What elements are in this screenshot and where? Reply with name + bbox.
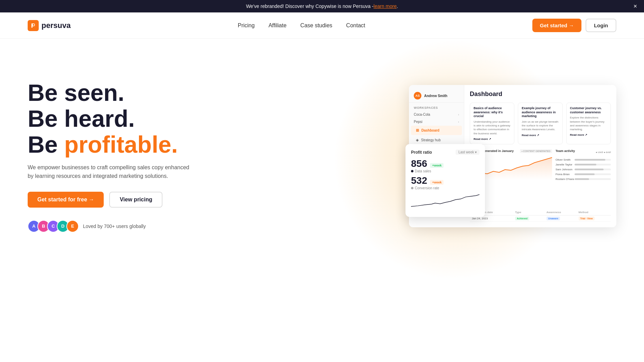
hero-line1: Be seen. (28, 80, 194, 106)
hero-headline: Be seen. Be heard. Be profitable. (28, 80, 194, 157)
col-method: Method (577, 209, 611, 216)
table-row: Jan 24, 2023 Achieved Unaware Trial · Vi… (470, 216, 611, 222)
logo-icon (28, 20, 39, 31)
profit-badge-1: +week (430, 163, 444, 168)
dashboard-content: Dashboard Basics of audience awareness: … (464, 85, 616, 227)
hero-subtext: We empower businesses to craft compellin… (28, 163, 194, 181)
sidebar-item-dashboard[interactable]: ⊞ Dashboard (411, 126, 462, 135)
card-3-link[interactable]: Read more ↗ (570, 133, 607, 136)
nav-buttons: Get started → Login (532, 19, 616, 32)
hero-section: Be seen. Be heard. Be profitable. We emp… (0, 39, 644, 280)
nav-contact[interactable]: Contact (346, 22, 365, 28)
card-2-link[interactable]: Read more ↗ (522, 134, 559, 137)
col-type: Type (513, 209, 544, 216)
dot-gray-icon (411, 187, 413, 189)
announcement-bar: We've rebranded! Discover why Copywise i… (0, 0, 644, 12)
strategy-icon: ◈ (416, 138, 419, 142)
col-awareness: Awareness (544, 209, 577, 216)
dashboard-card-1: Basics of audience awareness: why it's c… (470, 103, 514, 144)
hero-line3: Be profitable. (28, 132, 194, 158)
navbar: persuva Pricing Affiliate Case studies C… (0, 12, 644, 39)
nav-links: Pricing Affiliate Case studies Contact (238, 22, 365, 29)
dashboard-table: Generation date Type Awareness Method Ja… (470, 209, 611, 222)
nav-affiliate[interactable]: Affiliate (269, 22, 287, 28)
hero-cta-primary[interactable]: Get started for free → (28, 192, 104, 208)
team-row: Fiona Brian (556, 173, 611, 176)
social-proof-text: Loved by 700+ users globally (83, 223, 146, 229)
hero-line2: Be heard. (28, 106, 194, 132)
card-1-link[interactable]: Read more ↗ (474, 137, 511, 141)
profit-sparkline (411, 193, 479, 210)
nav-case-studies[interactable]: Case studies (300, 22, 333, 28)
dashboard-chart-section: Content generated in January • CONTENT G… (470, 149, 611, 182)
team-activity: Team activity ● used ● avail Oliver Smit… (556, 149, 611, 182)
sidebar-item-strategy-hub[interactable]: ◈ Strategy hub (411, 135, 462, 145)
team-label: Team activity (556, 149, 575, 153)
workspace-cocacola[interactable]: Coca-Cola › (409, 111, 464, 118)
dashboard-icon: ⊞ (416, 128, 419, 133)
method-tag: Trial · View (579, 217, 595, 220)
chevron-icon: › (458, 120, 459, 124)
chart-badge: • CONTENT GENERATED (520, 149, 552, 153)
profit-card-title: Profit ratio (411, 150, 432, 155)
profit-stat-1: 856 +week Data sales (411, 159, 479, 173)
hero-cta-secondary[interactable]: View pricing (109, 192, 162, 208)
hero-buttons: Get started for free → View pricing (28, 192, 194, 208)
type-tag: Achieved (515, 217, 529, 220)
team-row: Janelle Taylor (556, 163, 611, 166)
login-button[interactable]: Login (586, 19, 616, 32)
dashboard-card-2: Example journey of audience awareness in… (518, 103, 562, 144)
sidebar-user-row: AS Andrew Smith (409, 89, 464, 103)
dashboard-title: Dashboard (470, 90, 611, 98)
get-started-button[interactable]: Get started → (532, 19, 581, 32)
chevron-icon: › (458, 113, 459, 116)
profit-number-1: 856 (411, 158, 427, 169)
team-row: Oliver Smith (556, 158, 611, 161)
logo-text: persuva (41, 21, 71, 30)
sidebar-username: Andrew Smith (424, 94, 447, 98)
profit-badge-2: +week (430, 180, 444, 185)
dashboard-card-3: Customer journey vs. customer awareness … (566, 103, 611, 144)
social-proof: A B C D E Loved by 700+ users globally (28, 220, 194, 232)
svg-point-1 (33, 24, 35, 26)
profit-number-2: 532 (411, 175, 427, 186)
workspaces-label: WORKSPACES (409, 105, 464, 111)
profit-ratio-card: Profit ratio Last week ▾ 856 +week Data … (405, 144, 485, 217)
avatar: E (66, 220, 79, 232)
team-row: Rostam O'hara (556, 178, 611, 181)
logo[interactable]: persuva (28, 20, 71, 31)
dot-dark-icon (411, 170, 413, 172)
dashboard-cards: Basics of audience awareness: why it's c… (470, 103, 611, 144)
announcement-link[interactable]: learn more (374, 3, 397, 9)
dashboard-mockup: AS Andrew Smith WORKSPACES Coca-Cola › P… (402, 85, 616, 227)
profit-period[interactable]: Last week ▾ (456, 150, 479, 155)
hero-content: Be seen. Be heard. Be profitable. We emp… (28, 80, 194, 232)
team-badge: ● used ● avail (596, 151, 611, 153)
avatar-group: A B C D E (28, 220, 79, 232)
sidebar-avatar: AS (414, 92, 421, 99)
announcement-text: We've rebranded! Discover why Copywise i… (246, 3, 374, 9)
profit-stat-2: 532 +week Conversion rate (411, 176, 479, 190)
announcement-close-button[interactable]: × (633, 3, 637, 9)
team-row: Sam Johnson (556, 168, 611, 171)
nav-pricing[interactable]: Pricing (238, 22, 255, 28)
workspace-pepsi[interactable]: Pepsi › (409, 118, 464, 125)
awareness-tag: Unaware (547, 217, 560, 220)
